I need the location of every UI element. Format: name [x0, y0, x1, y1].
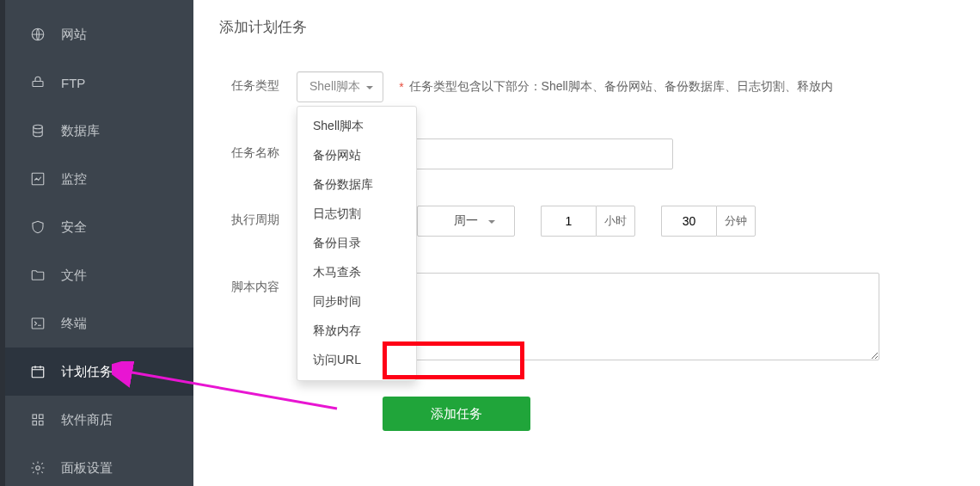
- task-type-option[interactable]: 备份数据库: [297, 170, 416, 200]
- minute-unit: 分钟: [716, 206, 756, 237]
- script-textarea[interactable]: [400, 273, 879, 360]
- sidebar-item-label: 软件商店: [61, 412, 113, 428]
- shield-icon: [30, 219, 46, 235]
- hour-unit: 小时: [596, 206, 635, 237]
- sidebar-item-label: 计划任务: [61, 364, 113, 380]
- task-type-selected: Shell脚本: [309, 79, 360, 95]
- row-task-type: 任务类型 Shell脚本 Shell脚本 备份网站 备份数据库 日志切割 备份目…: [219, 71, 954, 102]
- svg-rect-4: [32, 318, 44, 329]
- row-submit: 添加任务: [219, 397, 954, 431]
- week-selected: 周一: [454, 213, 478, 229]
- svg-rect-6: [33, 415, 37, 419]
- sidebar-item-monitor[interactable]: 监控: [0, 155, 193, 203]
- svg-rect-1: [33, 82, 43, 87]
- sidebar: 网站 FTP 数据库 监控 安全 文件 终端 计划任务: [0, 0, 193, 486]
- chart-icon: [30, 171, 46, 187]
- task-type-dropdown[interactable]: Shell脚本: [297, 71, 383, 102]
- task-type-option[interactable]: 备份目录: [297, 229, 416, 258]
- terminal-icon: [30, 316, 46, 331]
- sidebar-item-label: 网站: [61, 27, 87, 43]
- task-type-hint: 任务类型包含以下部分：Shell脚本、备份网站、备份数据库、日志切割、释放内: [409, 79, 833, 95]
- cycle-label: 执行周期: [219, 206, 297, 228]
- script-label: 脚本内容: [219, 273, 297, 295]
- sidebar-item-terminal[interactable]: 终端: [0, 299, 193, 348]
- task-type-option[interactable]: 同步时间: [297, 287, 416, 317]
- sidebar-item-cron[interactable]: 计划任务: [0, 348, 193, 396]
- svg-rect-8: [33, 421, 37, 426]
- folder-icon: [30, 268, 46, 283]
- task-type-option[interactable]: 日志切割: [297, 200, 416, 229]
- task-type-option[interactable]: 访问URL: [297, 346, 416, 375]
- sidebar-item-label: 文件: [61, 268, 87, 284]
- main-content: 添加计划任务 任务类型 Shell脚本 Shell脚本 备份网站 备份数据库 日…: [193, 0, 980, 486]
- submit-button[interactable]: 添加任务: [383, 397, 530, 431]
- sidebar-item-label: 安全: [61, 219, 87, 236]
- week-select[interactable]: 周一: [417, 206, 515, 237]
- hour-input[interactable]: [541, 206, 596, 237]
- sidebar-item-label: 数据库: [61, 123, 100, 139]
- sidebar-item-label: FTP: [61, 76, 85, 90]
- svg-point-2: [34, 125, 43, 129]
- sidebar-item-database[interactable]: 数据库: [0, 107, 193, 155]
- task-type-option[interactable]: Shell脚本: [297, 112, 416, 141]
- ftp-icon: [30, 75, 46, 90]
- svg-rect-7: [40, 415, 44, 419]
- sidebar-item-label: 终端: [61, 316, 87, 332]
- task-type-option[interactable]: 木马查杀: [297, 258, 416, 287]
- minute-input[interactable]: [661, 206, 716, 237]
- gear-icon: [30, 460, 46, 476]
- sidebar-item-label: 面板设置: [61, 460, 113, 477]
- required-marker: *: [399, 80, 403, 94]
- sidebar-item-file[interactable]: 文件: [0, 251, 193, 299]
- svg-rect-9: [40, 421, 44, 426]
- grid-icon: [30, 412, 46, 428]
- sidebar-strip: [0, 0, 5, 486]
- task-type-option[interactable]: 释放内存: [297, 317, 416, 346]
- page-title: 添加计划任务: [219, 17, 954, 37]
- sidebar-item-website[interactable]: 网站: [0, 10, 193, 58]
- task-name-label: 任务名称: [219, 138, 297, 161]
- sidebar-item-settings[interactable]: 面板设置: [0, 444, 193, 486]
- calendar-icon: [30, 364, 46, 379]
- task-name-input[interactable]: [400, 138, 673, 169]
- task-type-option[interactable]: 备份网站: [297, 141, 416, 170]
- task-type-label: 任务类型: [219, 71, 297, 94]
- sidebar-item-security[interactable]: 安全: [0, 203, 193, 251]
- svg-point-10: [36, 466, 40, 471]
- database-icon: [30, 123, 46, 138]
- sidebar-item-ftp[interactable]: FTP: [0, 58, 193, 107]
- globe-icon: [30, 27, 46, 42]
- svg-rect-5: [32, 367, 44, 378]
- task-type-menu: Shell脚本 备份网站 备份数据库 日志切割 备份目录 木马查杀 同步时间 释…: [297, 106, 417, 381]
- sidebar-item-softstore[interactable]: 软件商店: [0, 396, 193, 444]
- sidebar-item-label: 监控: [61, 171, 87, 188]
